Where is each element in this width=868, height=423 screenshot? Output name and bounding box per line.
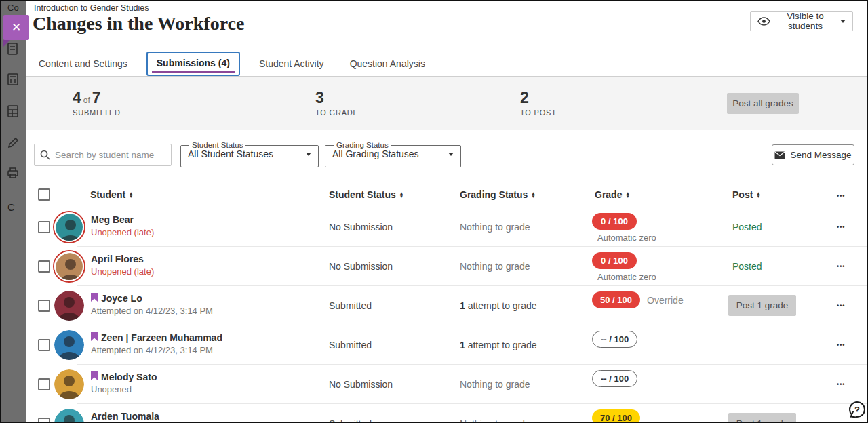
row-checkbox[interactable] xyxy=(38,418,50,422)
table-options-menu[interactable]: ••• xyxy=(837,193,845,199)
help-button[interactable]: ? xyxy=(849,401,865,418)
row-options-menu[interactable]: ••• xyxy=(837,381,845,388)
student-substatus: Attempted on 4/12/23, 3:14 PM xyxy=(91,306,213,316)
search-input[interactable] xyxy=(55,150,165,160)
grade-pill[interactable]: 0 / 100 xyxy=(592,213,637,230)
student-name-line: April Flores xyxy=(91,254,154,264)
stat-submitted: 4of7 SUBMITTED xyxy=(73,89,121,117)
stat-to-post: 2 TO POST xyxy=(520,89,557,117)
grading-count: 1 xyxy=(460,340,465,350)
grading-status-cell: 1 attempt to grade xyxy=(460,300,537,311)
row-checkbox[interactable] xyxy=(38,378,50,390)
row-options-menu[interactable]: ••• xyxy=(837,420,845,422)
student-substatus: Unopened xyxy=(91,384,157,395)
tab-submissions[interactable]: Submissions (4) xyxy=(146,52,240,76)
table-row: Zeen | Farzeen MuhammadAttempted on 4/12… xyxy=(26,325,867,365)
tab-content-and-settings[interactable]: Content and Settings xyxy=(32,53,134,75)
row-options-menu[interactable]: ••• xyxy=(837,263,845,270)
grading-count: 1 xyxy=(460,300,465,311)
student-name[interactable]: Meg Bear xyxy=(91,214,134,225)
grading-status-dropdown[interactable]: Grading Status All Grading Statuses xyxy=(325,141,461,167)
grade-pill[interactable]: -- / 100 xyxy=(592,370,637,387)
student-name-line: Meg Bear xyxy=(91,214,154,225)
column-header-student-label: Student xyxy=(90,189,125,200)
student-name-block: Arden Tuomala xyxy=(91,411,159,422)
student-name[interactable]: Arden Tuomala xyxy=(91,411,159,422)
student-name[interactable]: Melody Sato xyxy=(101,371,157,382)
grade-pill[interactable]: 50 / 100 xyxy=(592,291,640,308)
avatar xyxy=(54,330,84,360)
posted-status[interactable]: Posted xyxy=(732,222,762,233)
posted-status[interactable]: Posted xyxy=(732,261,762,272)
envelope-icon xyxy=(774,151,785,159)
question-mark-icon: ? xyxy=(854,405,860,415)
student-name[interactable]: April Flores xyxy=(91,254,144,264)
row-checkbox[interactable] xyxy=(38,300,50,312)
chevron-down-icon xyxy=(448,153,454,156)
background-text-top: Co xyxy=(7,3,19,13)
column-header-grading-status[interactable]: Grading Status ▲▼ xyxy=(460,189,536,200)
bookmark-flag-icon xyxy=(91,371,98,382)
visibility-dropdown[interactable]: Visible to students xyxy=(750,11,853,31)
column-header-student-status[interactable]: Student Status ▲▼ xyxy=(329,189,403,200)
rubric-icon xyxy=(7,104,19,118)
post-grade-button[interactable]: Post 1 grade xyxy=(728,413,796,422)
column-header-post[interactable]: Post ▲▼ xyxy=(732,189,761,200)
app-window: Co C ✕ Introduction to Gender Studies Ch… xyxy=(0,0,868,423)
chevron-down-icon xyxy=(840,20,846,23)
post-grade-button[interactable]: Post 1 grade xyxy=(728,295,796,316)
close-icon: ✕ xyxy=(12,20,21,35)
sort-icon: ▲▼ xyxy=(399,191,403,198)
student-name-line: Joyce Lo xyxy=(91,293,213,304)
tab-question-analysis[interactable]: Question Analysis xyxy=(343,53,432,75)
grade-pill[interactable]: 0 / 100 xyxy=(592,252,637,269)
printer-icon xyxy=(7,167,19,179)
search-box xyxy=(34,144,172,166)
background-page-strip: Co C xyxy=(1,1,26,422)
grade-note: Automatic zero xyxy=(597,233,728,243)
sort-icon: ▲▼ xyxy=(129,191,133,198)
row-checkbox[interactable] xyxy=(38,221,50,233)
tab-student-activity[interactable]: Student Activity xyxy=(252,53,331,75)
row-options-menu[interactable]: ••• xyxy=(837,302,845,309)
grade-cell: 0 / 100Automatic zero xyxy=(592,213,728,243)
student-name[interactable]: Zeen | Farzeen Muhammad xyxy=(101,332,222,343)
student-status-dropdown[interactable]: Student Status All Student Statuses xyxy=(180,141,319,167)
student-status-cell: Submitted xyxy=(329,340,372,350)
row-options-menu[interactable]: ••• xyxy=(837,342,845,348)
select-all-checkbox[interactable] xyxy=(38,188,50,201)
send-message-button[interactable]: Send Message xyxy=(772,144,854,165)
student-substatus: Attempted on 4/12/23, 3:14 PM xyxy=(91,345,222,355)
grade-note: Override xyxy=(647,295,684,306)
column-header-student[interactable]: Student ▲▼ xyxy=(90,189,134,200)
stat-to-post-label: TO POST xyxy=(520,108,557,117)
student-name-line: Arden Tuomala xyxy=(91,411,159,422)
table-row: April FloresUnopened (late)No Submission… xyxy=(26,247,867,286)
background-text-bottom: C xyxy=(7,201,15,213)
row-checkbox[interactable] xyxy=(38,260,50,273)
grading-status-cell: Nothing to grade xyxy=(460,261,530,272)
grade-cell: 0 / 100Automatic zero xyxy=(592,252,728,282)
calculator-icon xyxy=(7,73,19,86)
row-checkbox[interactable] xyxy=(38,339,50,351)
column-header-grade[interactable]: Grade ▲▼ xyxy=(595,189,630,200)
student-name-block: April FloresUnopened (late) xyxy=(91,254,154,277)
close-panel-button[interactable]: ✕ xyxy=(3,15,29,40)
avatar xyxy=(54,291,84,321)
student-status-cell: No Submission xyxy=(329,379,393,390)
post-all-grades-button[interactable]: Post all grades xyxy=(727,93,799,114)
sort-icon: ▲▼ xyxy=(531,191,535,198)
table-row: Meg BearUnopened (late)No SubmissionNoth… xyxy=(26,207,867,247)
bookmark-flag-icon xyxy=(91,332,98,343)
student-name-block: Melody SatoUnopened xyxy=(91,371,157,395)
student-status-cell: Submitted xyxy=(329,418,372,422)
student-substatus: Unopened (late) xyxy=(91,227,154,237)
grade-pill[interactable]: 70 / 100 xyxy=(592,409,640,422)
student-name[interactable]: Joyce Lo xyxy=(101,293,142,304)
table-header: Student ▲▼ Student Status ▲▼ Grading Sta… xyxy=(26,182,867,207)
row-options-menu[interactable]: ••• xyxy=(837,224,845,230)
stats-bar: 4of7 SUBMITTED 3 TO GRADE 2 TO POST Post… xyxy=(26,77,867,130)
student-status-cell: Submitted xyxy=(329,300,372,311)
sort-icon: ▲▼ xyxy=(756,191,760,198)
grade-pill[interactable]: -- / 100 xyxy=(592,331,637,348)
